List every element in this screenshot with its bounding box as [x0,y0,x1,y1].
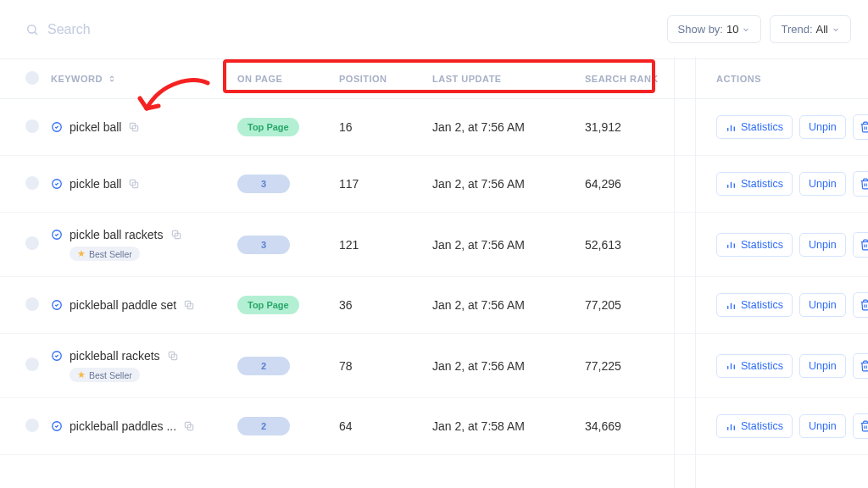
update-value: Jan 2, at 7:56 AM [432,298,525,312]
statistics-button[interactable]: Statistics [716,354,793,378]
chevron-down-icon [742,25,750,34]
search-input[interactable] [47,22,302,37]
delete-button[interactable] [853,292,868,318]
delete-button[interactable] [853,353,868,379]
update-value: Jan 2, at 7:56 AM [432,120,525,134]
delete-button[interactable] [853,232,868,258]
statistics-button[interactable]: Statistics [716,233,793,257]
table-row: pickleball rackets ★Best Seller 2 78 Jan… [0,334,868,398]
unpin-button[interactable]: Unpin [799,233,846,257]
header-rank[interactable]: Search Rank [585,74,659,84]
unpin-label: Unpin [809,239,837,251]
row-checkbox[interactable] [25,119,39,133]
table-row: pickleball paddle set Top Page 36 Jan 2,… [0,277,868,334]
search-area [25,22,302,37]
svg-point-0 [28,25,36,32]
copy-icon[interactable] [128,178,140,190]
delete-button[interactable] [853,413,868,439]
target-icon [51,299,63,311]
position-value: 121 [339,238,359,252]
row-checkbox[interactable] [25,176,39,190]
keyword-text: pickleball rackets [70,349,160,363]
unpin-button[interactable]: Unpin [799,172,846,196]
position-value: 64 [339,419,353,433]
rank-value: 77,205 [585,298,621,312]
statistics-label: Statistics [741,360,783,372]
statistics-button[interactable]: Statistics [716,414,793,438]
header-position[interactable]: Position [339,74,387,84]
tag-label: Best Seller [89,370,132,380]
copy-icon[interactable] [183,299,195,311]
update-value: Jan 2, at 7:56 AM [432,177,525,191]
trash-icon [860,360,868,372]
bestseller-tag: ★Best Seller [70,247,140,261]
position-value: 16 [339,120,353,134]
header-keyword[interactable]: Keyword [51,74,103,84]
rank-value: 31,912 [585,120,621,134]
statistics-button[interactable]: Statistics [716,172,793,196]
target-icon [51,229,63,241]
rank-value: 64,296 [585,177,621,191]
onpage-pill: Top Page [237,118,299,136]
statistics-button[interactable]: Statistics [716,115,793,139]
bar-chart-icon [726,360,737,371]
unpin-button[interactable]: Unpin [799,414,846,438]
statistics-label: Statistics [741,299,783,311]
position-value: 78 [339,359,353,373]
table-row: pickle ball rackets ★Best Seller 3 121 J… [0,213,868,277]
copy-icon[interactable] [183,420,195,432]
top-controls: Show by: 10 Trend: All [667,15,852,43]
row-checkbox[interactable] [25,358,39,371]
header-onpage[interactable]: On Page [237,74,282,84]
statistics-label: Statistics [741,121,783,133]
position-value: 117 [339,177,359,191]
showby-value: 10 [726,23,738,36]
unpin-button[interactable]: Unpin [799,354,846,378]
star-icon: ★ [77,369,86,380]
table-header: Keyword On Page Position Last Update Sea… [0,59,868,99]
showby-label: Show by: [678,23,723,36]
bestseller-tag: ★Best Seller [70,368,140,382]
unpin-button[interactable]: Unpin [799,293,846,317]
unpin-label: Unpin [809,121,837,133]
trend-label: Trend: [781,23,812,36]
unpin-button[interactable]: Unpin [799,115,846,139]
row-checkbox[interactable] [25,236,39,250]
unpin-label: Unpin [809,299,837,311]
trash-icon [860,420,868,432]
trash-icon [860,239,868,251]
copy-icon[interactable] [167,350,179,362]
keyword-table: Keyword On Page Position Last Update Sea… [0,59,868,455]
keyword-text: pickle ball [70,177,121,191]
topbar: Show by: 10 Trend: All [0,0,868,59]
keyword-text: pickle ball rackets [70,228,164,241]
svg-line-1 [35,31,37,34]
copy-icon[interactable] [170,229,182,241]
table-row: pickle ball 3 117 Jan 2, at 7:56 AM 64,2… [0,156,868,213]
row-checkbox[interactable] [25,297,39,311]
keyword-text: pickel ball [70,120,121,134]
search-icon [25,23,39,36]
bar-chart-icon [726,122,737,133]
copy-icon[interactable] [128,121,140,133]
showby-dropdown[interactable]: Show by: 10 [667,15,762,43]
select-all-checkbox[interactable] [25,71,39,85]
row-checkbox[interactable] [25,419,39,432]
header-update[interactable]: Last Update [432,74,502,84]
bar-chart-icon [726,421,737,432]
trend-dropdown[interactable]: Trend: All [770,15,851,43]
onpage-pill: 3 [237,175,290,193]
update-value: Jan 2, at 7:58 AM [432,419,525,433]
unpin-label: Unpin [809,420,837,432]
update-value: Jan 2, at 7:56 AM [432,359,525,373]
rank-value: 34,669 [585,419,621,433]
keyword-text: pickleball paddle set [70,298,176,312]
delete-button[interactable] [853,171,868,197]
statistics-button[interactable]: Statistics [716,293,793,317]
sort-icon[interactable] [108,75,116,83]
chevron-down-icon [832,25,840,34]
delete-button[interactable] [853,114,868,140]
onpage-pill: 2 [237,417,290,435]
trash-icon [860,178,868,190]
rank-value: 77,225 [585,359,621,373]
